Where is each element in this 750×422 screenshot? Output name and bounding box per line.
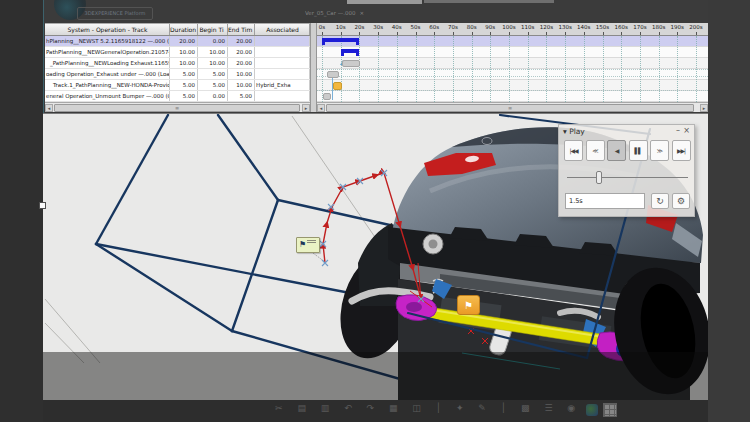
table-gantt-splitter[interactable] <box>310 23 317 112</box>
location-note[interactable]: ⚑ <box>296 237 320 253</box>
bumper-hole-left-inner <box>429 240 438 249</box>
gantt-bar-row1[interactable] <box>322 38 359 45</box>
refresh-button[interactable]: ↻ <box>651 193 669 209</box>
selection-handle[interactable] <box>39 202 46 209</box>
speed-input[interactable] <box>565 193 645 209</box>
gantt-gridline <box>640 36 641 102</box>
table-row[interactable]: _PathPlanning__NEWLoading Exhaust.116591… <box>45 58 310 69</box>
gantt-bar-row2[interactable] <box>341 49 360 56</box>
grid-toolbar-icon[interactable] <box>603 403 617 417</box>
gantt-gridline <box>453 36 454 102</box>
gantt-bar-row3[interactable] <box>342 60 360 67</box>
table-row[interactable]: oading Operation_Exhaust under —.000 (Lo… <box>45 69 310 80</box>
gantt-gridline <box>584 36 585 102</box>
gantt-row[interactable] <box>317 36 708 47</box>
gantt-gridline <box>341 36 342 102</box>
time-tick-mark <box>378 32 379 35</box>
scroll-left-icon[interactable]: ◂ <box>45 104 53 112</box>
settings-button[interactable]: ⚙ <box>672 193 690 209</box>
gantt-row[interactable] <box>317 58 708 69</box>
note-text-lines <box>307 240 316 244</box>
toolbar-icons[interactable]: ✂ ▤ ▥ ↶ ↷ ▦ ◫ │ ✦ ✎ │ ▩ ☰ ◉ <box>275 403 581 413</box>
time-tick-mark <box>416 32 417 35</box>
time-tick-mark <box>603 32 604 35</box>
document-tab[interactable]: Ver_05_Car —.000× <box>305 10 364 16</box>
scroll-left-icon[interactable]: ◂ <box>317 104 325 112</box>
table-body: hPlanning__NEWST 5.2.1165918122 —.000 (C… <box>45 36 310 102</box>
time-tick-mark <box>472 32 473 35</box>
time-tick-mark <box>341 32 342 35</box>
sequence-table: System - Operation - Track Duration Begi… <box>45 23 310 102</box>
col-header-duration[interactable]: Duration <box>170 24 198 35</box>
gantt-rows[interactable] <box>317 36 708 102</box>
gantt-dotted-guide <box>317 76 708 77</box>
gantt-row[interactable] <box>317 47 708 58</box>
gantt-bar-row4[interactable] <box>327 71 339 78</box>
gantt-gridline <box>528 36 529 102</box>
collapse-icon[interactable]: ▾ <box>563 127 567 136</box>
col-header-system-operation-track[interactable]: System - Operation - Track <box>45 24 170 35</box>
time-tick-label: 190s <box>671 24 684 30</box>
time-tick-label: 160s <box>615 24 628 30</box>
time-tick-mark <box>584 32 585 35</box>
gantt-gridline <box>472 36 473 102</box>
table-row[interactable]: PathPlanning__NEWGeneralOperation.210574… <box>45 47 310 58</box>
time-tick-label: 70s <box>448 24 458 30</box>
gantt-gridline <box>565 36 566 102</box>
scrollbar-thumb[interactable]: ≡ <box>54 104 300 112</box>
pause-button[interactable]: ▌▌ <box>629 140 648 161</box>
colored-toolbar-icon[interactable] <box>586 404 598 416</box>
gantt-gridline <box>397 36 398 102</box>
time-tick-label: 50s <box>411 24 421 30</box>
time-tick-label: 170s <box>633 24 646 30</box>
table-hscrollbar[interactable]: ◂ ▸ ≡ <box>45 102 310 112</box>
time-tick-mark <box>397 32 398 35</box>
col-header-begin[interactable]: Begin Ti <box>198 24 228 35</box>
minimize-icon[interactable]: – <box>676 125 680 136</box>
time-tick-label: 60s <box>429 24 439 30</box>
scroll-right-icon[interactable]: ▸ <box>302 104 310 112</box>
time-tick-mark <box>434 32 435 35</box>
gantt-bar-row5[interactable] <box>333 82 342 90</box>
time-tick-label: 130s <box>558 24 571 30</box>
gantt-hscrollbar[interactable]: ◂ ▸ ≡ <box>317 102 708 112</box>
gantt-gridline <box>416 36 417 102</box>
skip-to-start-button[interactable]: |◀◀ <box>564 140 583 161</box>
time-tick-label: 140s <box>577 24 590 30</box>
close-icon[interactable]: × <box>683 125 690 137</box>
col-header-end[interactable]: End Tim <box>228 24 255 35</box>
tab-close-icon[interactable]: × <box>359 10 364 16</box>
3d-viewport[interactable]: ⚑ ⚑ ▾ Play – × |◀◀ ≪ ◀ ▌▌ ≫ ▶▶| ↻ ⚙ <box>43 113 708 400</box>
gantt-time-ruler[interactable]: 0s10s20s30s40s50s60s70s80s90s100s110s120… <box>317 23 708 36</box>
platform-hint: 3DEXPERIENCE Platform <box>77 7 153 20</box>
gantt-gridline <box>677 36 678 102</box>
scrollbar-thumb[interactable]: ≡ <box>326 104 694 112</box>
gantt-dotted-guide <box>317 90 708 91</box>
gantt-row[interactable] <box>317 91 708 102</box>
gantt-bar-row6[interactable] <box>323 93 331 100</box>
fast-backward-button[interactable]: ≪ <box>586 140 605 161</box>
gantt-gridline <box>322 36 323 102</box>
table-row[interactable]: eneral Operation_Unmount Bumper —.000 (G… <box>45 91 310 102</box>
gantt-gridline <box>621 36 622 102</box>
table-row[interactable]: Track.1_PathPlanning__NEW-HONDA-Provide.… <box>45 80 310 91</box>
time-tick-mark <box>490 32 491 35</box>
scroll-right-icon[interactable]: ▸ <box>700 104 708 112</box>
time-tick-label: 20s <box>354 24 364 30</box>
event-marker[interactable]: ⚑ <box>457 295 480 315</box>
play-panel-title[interactable]: ▾ Play <box>559 125 694 138</box>
time-tick-mark <box>509 32 510 35</box>
play-backward-button[interactable]: ◀ <box>607 140 626 161</box>
table-row[interactable]: hPlanning__NEWST 5.2.1165918122 —.000 (C… <box>45 36 310 47</box>
time-tick-label: 180s <box>652 24 665 30</box>
time-tick-mark <box>359 32 360 35</box>
time-tick-label: 100s <box>502 24 515 30</box>
col-header-associated[interactable]: Associated <box>255 24 310 35</box>
speed-slider-thumb[interactable] <box>596 171 602 184</box>
gantt-row[interactable] <box>317 69 708 80</box>
speed-slider-track[interactable] <box>567 177 688 178</box>
skip-to-end-button[interactable]: ▶▶| <box>672 140 691 161</box>
fast-forward-button[interactable]: ≫ <box>650 140 669 161</box>
top-light-strip-2 <box>424 0 554 3</box>
gantt-dotted-guide <box>317 69 708 70</box>
